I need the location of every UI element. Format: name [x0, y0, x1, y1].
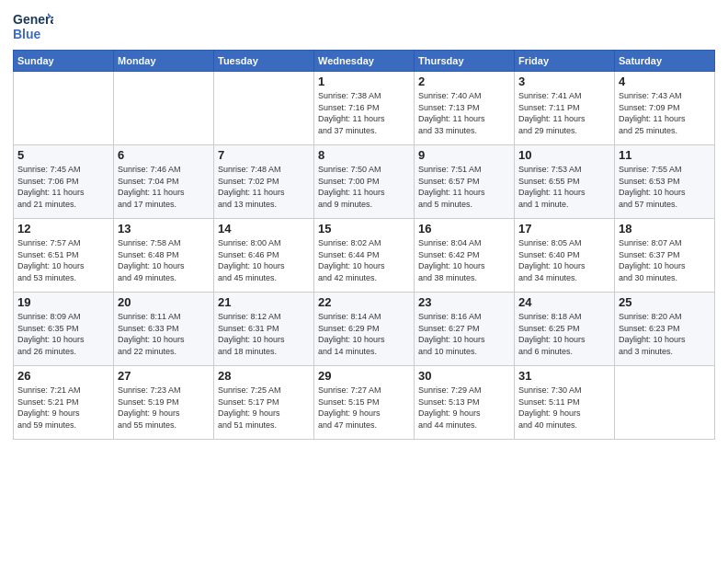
day-number: 16	[418, 222, 510, 236]
day-info: Sunrise: 7:50 AM Sunset: 7:00 PM Dayligh…	[318, 164, 410, 210]
calendar-cell: 20Sunrise: 8:11 AM Sunset: 6:33 PM Dayli…	[114, 293, 214, 366]
day-number: 4	[619, 75, 711, 88]
calendar-header-monday: Monday	[114, 51, 214, 72]
calendar-cell: 26Sunrise: 7:21 AM Sunset: 5:21 PM Dayli…	[14, 366, 114, 440]
calendar-cell: 15Sunrise: 8:02 AM Sunset: 6:44 PM Dayli…	[314, 219, 415, 293]
day-number: 26	[17, 369, 109, 383]
calendar-header-thursday: Thursday	[415, 51, 515, 72]
day-info: Sunrise: 7:45 AM Sunset: 7:06 PM Dayligh…	[17, 164, 109, 210]
calendar-header-tuesday: Tuesday	[214, 51, 314, 72]
day-number: 5	[17, 148, 109, 162]
calendar-cell	[615, 366, 715, 440]
calendar-cell: 22Sunrise: 8:14 AM Sunset: 6:29 PM Dayli…	[314, 293, 415, 366]
calendar-week-2: 5Sunrise: 7:45 AM Sunset: 7:06 PM Daylig…	[14, 145, 715, 219]
day-info: Sunrise: 8:18 AM Sunset: 6:25 PM Dayligh…	[518, 311, 610, 357]
day-info: Sunrise: 7:55 AM Sunset: 6:53 PM Dayligh…	[619, 164, 711, 210]
calendar-week-1: 1Sunrise: 7:38 AM Sunset: 7:16 PM Daylig…	[14, 72, 715, 145]
calendar-cell: 2Sunrise: 7:40 AM Sunset: 7:13 PM Daylig…	[415, 72, 515, 145]
day-info: Sunrise: 8:14 AM Sunset: 6:29 PM Dayligh…	[318, 311, 410, 357]
day-info: Sunrise: 8:11 AM Sunset: 6:33 PM Dayligh…	[118, 311, 210, 357]
day-number: 11	[619, 148, 711, 162]
calendar-cell: 7Sunrise: 7:48 AM Sunset: 7:02 PM Daylig…	[214, 145, 314, 219]
calendar-cell	[214, 72, 314, 145]
day-info: Sunrise: 8:07 AM Sunset: 6:37 PM Dayligh…	[619, 237, 711, 283]
day-number: 13	[118, 222, 210, 236]
day-number: 28	[218, 369, 310, 383]
calendar-cell	[14, 72, 114, 145]
day-info: Sunrise: 7:25 AM Sunset: 5:17 PM Dayligh…	[218, 385, 310, 431]
day-info: Sunrise: 8:09 AM Sunset: 6:35 PM Dayligh…	[17, 311, 109, 357]
day-number: 25	[619, 295, 711, 309]
day-number: 1	[318, 75, 410, 88]
calendar-cell: 21Sunrise: 8:12 AM Sunset: 6:31 PM Dayli…	[214, 293, 314, 366]
day-info: Sunrise: 8:02 AM Sunset: 6:44 PM Dayligh…	[318, 237, 410, 283]
calendar-cell: 29Sunrise: 7:27 AM Sunset: 5:15 PM Dayli…	[314, 366, 415, 440]
day-number: 3	[518, 75, 610, 88]
day-info: Sunrise: 7:51 AM Sunset: 6:57 PM Dayligh…	[418, 164, 510, 210]
calendar-cell: 31Sunrise: 7:30 AM Sunset: 5:11 PM Dayli…	[515, 366, 615, 440]
calendar-cell: 11Sunrise: 7:55 AM Sunset: 6:53 PM Dayli…	[615, 145, 715, 219]
calendar-cell: 3Sunrise: 7:41 AM Sunset: 7:11 PM Daylig…	[515, 72, 615, 145]
day-number: 15	[318, 222, 410, 236]
calendar-cell: 17Sunrise: 8:05 AM Sunset: 6:40 PM Dayli…	[515, 219, 615, 293]
calendar-cell: 25Sunrise: 8:20 AM Sunset: 6:23 PM Dayli…	[615, 293, 715, 366]
day-info: Sunrise: 8:00 AM Sunset: 6:46 PM Dayligh…	[218, 237, 310, 283]
day-number: 30	[418, 369, 510, 383]
calendar-header-wednesday: Wednesday	[314, 51, 415, 72]
day-number: 7	[218, 148, 310, 162]
calendar-cell: 23Sunrise: 8:16 AM Sunset: 6:27 PM Dayli…	[415, 293, 515, 366]
day-number: 31	[518, 369, 610, 383]
day-info: Sunrise: 7:53 AM Sunset: 6:55 PM Dayligh…	[518, 164, 610, 210]
day-info: Sunrise: 7:43 AM Sunset: 7:09 PM Dayligh…	[619, 90, 711, 136]
calendar-header-saturday: Saturday	[615, 51, 715, 72]
calendar-cell: 9Sunrise: 7:51 AM Sunset: 6:57 PM Daylig…	[415, 145, 515, 219]
day-info: Sunrise: 8:05 AM Sunset: 6:40 PM Dayligh…	[518, 237, 610, 283]
calendar-cell: 12Sunrise: 7:57 AM Sunset: 6:51 PM Dayli…	[14, 219, 114, 293]
day-info: Sunrise: 7:21 AM Sunset: 5:21 PM Dayligh…	[17, 385, 109, 431]
day-info: Sunrise: 7:23 AM Sunset: 5:19 PM Dayligh…	[118, 385, 210, 431]
day-info: Sunrise: 8:16 AM Sunset: 6:27 PM Dayligh…	[418, 311, 510, 357]
day-info: Sunrise: 7:40 AM Sunset: 7:13 PM Dayligh…	[418, 90, 510, 136]
calendar-header-friday: Friday	[515, 51, 615, 72]
calendar-cell: 5Sunrise: 7:45 AM Sunset: 7:06 PM Daylig…	[14, 145, 114, 219]
day-info: Sunrise: 7:41 AM Sunset: 7:11 PM Dayligh…	[518, 90, 610, 136]
calendar-week-4: 19Sunrise: 8:09 AM Sunset: 6:35 PM Dayli…	[14, 293, 715, 366]
calendar: SundayMondayTuesdayWednesdayThursdayFrid…	[13, 50, 715, 440]
logo: General Blue	[13, 9, 53, 44]
calendar-cell: 24Sunrise: 8:18 AM Sunset: 6:25 PM Dayli…	[515, 293, 615, 366]
calendar-cell: 28Sunrise: 7:25 AM Sunset: 5:17 PM Dayli…	[214, 366, 314, 440]
calendar-week-5: 26Sunrise: 7:21 AM Sunset: 5:21 PM Dayli…	[14, 366, 715, 440]
calendar-cell: 30Sunrise: 7:29 AM Sunset: 5:13 PM Dayli…	[415, 366, 515, 440]
calendar-header-row: SundayMondayTuesdayWednesdayThursdayFrid…	[14, 51, 715, 72]
calendar-cell: 1Sunrise: 7:38 AM Sunset: 7:16 PM Daylig…	[314, 72, 415, 145]
header: General Blue	[13, 9, 715, 44]
day-info: Sunrise: 7:58 AM Sunset: 6:48 PM Dayligh…	[118, 237, 210, 283]
day-number: 17	[518, 222, 610, 236]
calendar-cell: 4Sunrise: 7:43 AM Sunset: 7:09 PM Daylig…	[615, 72, 715, 145]
day-info: Sunrise: 7:30 AM Sunset: 5:11 PM Dayligh…	[518, 385, 610, 431]
day-number: 12	[17, 222, 109, 236]
calendar-week-3: 12Sunrise: 7:57 AM Sunset: 6:51 PM Dayli…	[14, 219, 715, 293]
day-number: 27	[118, 369, 210, 383]
calendar-cell	[114, 72, 214, 145]
svg-text:Blue: Blue	[13, 27, 41, 41]
day-info: Sunrise: 7:38 AM Sunset: 7:16 PM Dayligh…	[318, 90, 410, 136]
logo-svg: General Blue	[13, 9, 53, 44]
day-info: Sunrise: 8:20 AM Sunset: 6:23 PM Dayligh…	[619, 311, 711, 357]
day-info: Sunrise: 7:48 AM Sunset: 7:02 PM Dayligh…	[218, 164, 310, 210]
day-info: Sunrise: 7:46 AM Sunset: 7:04 PM Dayligh…	[118, 164, 210, 210]
day-number: 6	[118, 148, 210, 162]
day-number: 21	[218, 295, 310, 309]
day-number: 23	[418, 295, 510, 309]
day-info: Sunrise: 7:27 AM Sunset: 5:15 PM Dayligh…	[318, 385, 410, 431]
day-number: 29	[318, 369, 410, 383]
calendar-cell: 13Sunrise: 7:58 AM Sunset: 6:48 PM Dayli…	[114, 219, 214, 293]
calendar-cell: 14Sunrise: 8:00 AM Sunset: 6:46 PM Dayli…	[214, 219, 314, 293]
calendar-cell: 19Sunrise: 8:09 AM Sunset: 6:35 PM Dayli…	[14, 293, 114, 366]
day-number: 18	[619, 222, 711, 236]
day-info: Sunrise: 8:04 AM Sunset: 6:42 PM Dayligh…	[418, 237, 510, 283]
calendar-cell: 10Sunrise: 7:53 AM Sunset: 6:55 PM Dayli…	[515, 145, 615, 219]
day-number: 10	[518, 148, 610, 162]
day-info: Sunrise: 7:29 AM Sunset: 5:13 PM Dayligh…	[418, 385, 510, 431]
day-info: Sunrise: 8:12 AM Sunset: 6:31 PM Dayligh…	[218, 311, 310, 357]
